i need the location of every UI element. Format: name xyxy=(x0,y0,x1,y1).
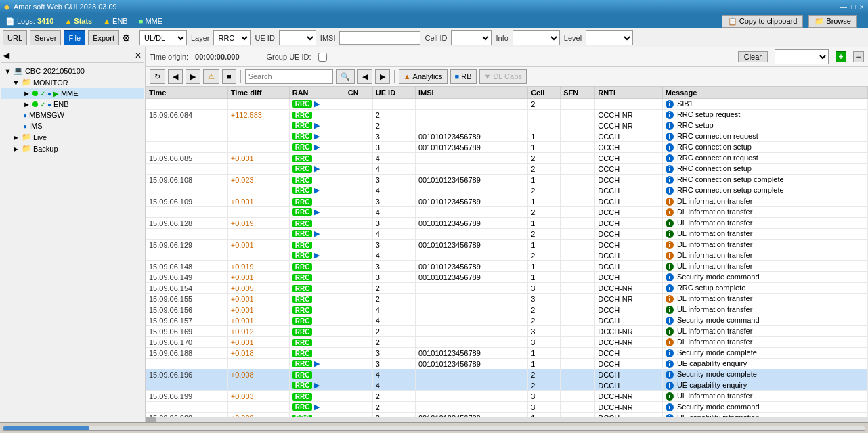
alert-btn[interactable]: ⚠ xyxy=(203,69,219,84)
col-time[interactable]: Time xyxy=(146,87,228,99)
table-row[interactable]: 15.09.06.156 +0.001 RRC 4 2 DCCH i UL in… xyxy=(146,304,868,315)
col-sfn[interactable]: SFN xyxy=(561,87,595,99)
dl-caps-btn[interactable]: ▼ DL Caps xyxy=(479,69,527,84)
table-row[interactable]: RRC ▶ 2 CCCH-NR i RRC setup xyxy=(146,120,868,131)
table-row[interactable]: 15.09.06.169 +0.012 RRC 2 3 DCCH-NR i UL… xyxy=(146,326,868,337)
table-row[interactable]: 15.09.06.170 +0.001 RRC 2 3 DCCH-NR i DL… xyxy=(146,337,868,348)
settings-btn[interactable]: ⚙ xyxy=(122,32,131,43)
cell-rnti: DCCH xyxy=(595,207,662,218)
table-row[interactable]: 15.09.06.148 +0.019 RRC 3 00101012345678… xyxy=(146,261,868,272)
cell-ueid: 3 xyxy=(372,359,415,369)
sidebar-nav-back[interactable]: ◀ xyxy=(3,51,9,60)
analytics-btn[interactable]: ▲ Analytics xyxy=(399,69,448,84)
info-select[interactable] xyxy=(513,30,560,45)
export-btn[interactable]: Export xyxy=(88,30,119,45)
cell-cell xyxy=(528,120,561,131)
sidebar-item-monitor[interactable]: ▼ 📁 MONITOR xyxy=(1,76,144,88)
sidebar-item-live[interactable]: ► 📁 Live xyxy=(1,131,144,143)
cell-ueid: 3 xyxy=(372,240,415,250)
search-prev-btn[interactable]: ◀ xyxy=(357,69,372,84)
col-ran[interactable]: RAN xyxy=(289,87,345,99)
table-row[interactable]: RRC ▶ 2 i SIB1 xyxy=(146,99,868,110)
table-row[interactable]: 15.09.06.155 +0.001 RRC 2 3 DCCH-NR i DL… xyxy=(146,294,868,304)
table-row[interactable]: 15.09.06.149 +0.001 RRC 3 00101012345678… xyxy=(146,272,868,283)
table-row[interactable]: RRC ▶ 4 2 DCCH i RRC connection setup co… xyxy=(146,185,868,196)
maximize-btn[interactable]: □ xyxy=(851,3,856,11)
table-row[interactable]: 15.09.06.109 +0.001 RRC 3 00101012345678… xyxy=(146,196,868,207)
table-row[interactable]: 15.09.06.128 +0.019 RRC 3 00101012345678… xyxy=(146,218,868,229)
sidebar-item-enb[interactable]: ► ✓ ● ENB xyxy=(1,99,144,110)
stats-stat[interactable]: ▲ Stats xyxy=(64,17,92,25)
sidebar-item-mbmsgw[interactable]: ● MBMSGW xyxy=(1,110,144,120)
col-cell[interactable]: Cell xyxy=(528,87,561,99)
imsi-input[interactable] xyxy=(339,31,420,45)
table-row[interactable]: RRC ▶ 4 2 DCCH i DL information transfer xyxy=(146,250,868,261)
sidebar-close[interactable]: ✕ xyxy=(135,51,142,60)
table-row[interactable]: 15.09.06.196 +0.008 RRC 4 2 DCCH i Secur… xyxy=(146,369,868,380)
cell-id-select[interactable] xyxy=(451,30,492,45)
ue-id-select[interactable] xyxy=(279,30,316,45)
table-row[interactable]: 15.09.06.085 +0.001 RRC 4 2 CCCH i RRC c… xyxy=(146,153,868,164)
sidebar-item-backup[interactable]: ► 📁 Backup xyxy=(1,143,144,154)
add-filter-btn[interactable]: + xyxy=(836,51,846,62)
remove-filter-btn[interactable]: − xyxy=(853,51,864,62)
col-imsi[interactable]: IMSI xyxy=(415,87,527,99)
cell-ueid: 3 xyxy=(372,272,415,283)
rrc-badge: RRC xyxy=(292,112,313,119)
col-ueid[interactable]: UE ID xyxy=(372,87,415,99)
col-message[interactable]: Message xyxy=(662,87,867,99)
cell-timediff: +0.001 xyxy=(227,153,289,164)
file-btn[interactable]: File xyxy=(64,30,85,45)
url-btn[interactable]: URL xyxy=(3,30,27,45)
search-next-btn[interactable]: ▶ xyxy=(375,69,390,84)
sidebar-item-ims[interactable]: ● IMS xyxy=(1,120,144,131)
table-row[interactable]: RRC ▶ 4 2 DCCH i DL information transfer xyxy=(146,207,868,218)
enb-stat[interactable]: ▲ ENB xyxy=(103,17,128,25)
copy-clipboard-btn[interactable]: 📋 Copy to clipboard xyxy=(722,15,804,28)
table-row[interactable]: 15.09.06.188 +0.018 RRC 3 00101012345678… xyxy=(146,348,868,359)
search-input[interactable] xyxy=(245,69,333,84)
next-btn[interactable]: ▶ xyxy=(186,69,200,84)
server-btn[interactable]: Server xyxy=(30,30,61,45)
col-rnti[interactable]: RNTI xyxy=(595,87,662,99)
enb-check1: ✓ xyxy=(40,101,45,108)
table-row[interactable]: RRC ▶ 3 001010123456789 1 CCCH i RRC con… xyxy=(146,131,868,142)
close-btn[interactable]: × xyxy=(860,3,864,11)
ul-dl-select[interactable]: UL/DL xyxy=(139,30,187,45)
table-row[interactable]: RRC ▶ 4 2 CCCH i RRC connection setup xyxy=(146,164,868,175)
table-row[interactable]: 15.09.06.129 +0.001 RRC 3 00101012345678… xyxy=(146,240,868,250)
table-row[interactable]: 15.09.06.157 +0.001 RRC 4 2 DCCH i Secur… xyxy=(146,315,868,326)
clear-btn[interactable]: Clear xyxy=(738,51,768,62)
col-cn[interactable]: CN xyxy=(345,87,372,99)
right-tools: 📋 Copy to clipboard 📁 Browse xyxy=(722,15,863,28)
table-row[interactable]: RRC ▶ 2 3 DCCH-NR i Security mode comman… xyxy=(146,402,868,413)
mme-stat[interactable]: ■ MME xyxy=(139,17,162,25)
table-row[interactable]: RRC ▶ 3 001010123456789 1 DCCH i UE capa… xyxy=(146,359,868,369)
table-row[interactable]: 15.09.06.199 +0.003 RRC 2 3 DCCH-NR i UL… xyxy=(146,391,868,402)
rb-btn[interactable]: ■ RB xyxy=(450,69,477,84)
group-ue-checkbox[interactable] xyxy=(318,53,327,62)
col-timediff[interactable]: Time diff xyxy=(227,87,289,99)
table-row[interactable]: RRC ▶ 3 001010123456789 1 CCCH i RRC con… xyxy=(146,142,868,153)
refresh-btn[interactable]: ↻ xyxy=(150,69,165,84)
table-row[interactable]: RRC ▶ 4 2 DCCH i UE capability enquiry xyxy=(146,380,868,391)
log-table-container[interactable]: Time Time diff RAN CN UE ID IMSI Cell SF… xyxy=(146,87,868,417)
cell-imsi xyxy=(415,326,527,337)
level-select[interactable] xyxy=(586,30,633,45)
logs-stat[interactable]: 📄 Logs: 3410 xyxy=(5,17,53,26)
clear-select[interactable] xyxy=(775,49,829,64)
stop-btn[interactable]: ■ xyxy=(222,69,236,84)
cell-cn xyxy=(345,283,372,294)
layer-select[interactable]: RRC xyxy=(213,30,251,45)
sidebar-item-mme[interactable]: ► ✓ ● ▶ MME xyxy=(1,88,144,99)
cell-imsi xyxy=(415,153,527,164)
table-row[interactable]: 15.09.06.108 +0.023 RRC 3 00101012345678… xyxy=(146,175,868,185)
sidebar-host[interactable]: ▼ 💻 CBC-2021050100 xyxy=(1,65,144,76)
table-row[interactable]: 15.09.06.084 +112.583 RRC 2 CCCH-NR i RR… xyxy=(146,110,868,120)
prev-btn[interactable]: ◀ xyxy=(168,69,183,84)
search-go-btn[interactable]: 🔍 xyxy=(336,69,355,84)
table-row[interactable]: 15.09.06.154 +0.005 RRC 2 3 DCCH-NR i RR… xyxy=(146,283,868,294)
table-row[interactable]: RRC ▶ 4 2 DCCH i UL information transfer xyxy=(146,229,868,240)
minimize-btn[interactable]: — xyxy=(840,3,847,11)
browse-btn[interactable]: 📁 Browse xyxy=(808,15,857,28)
